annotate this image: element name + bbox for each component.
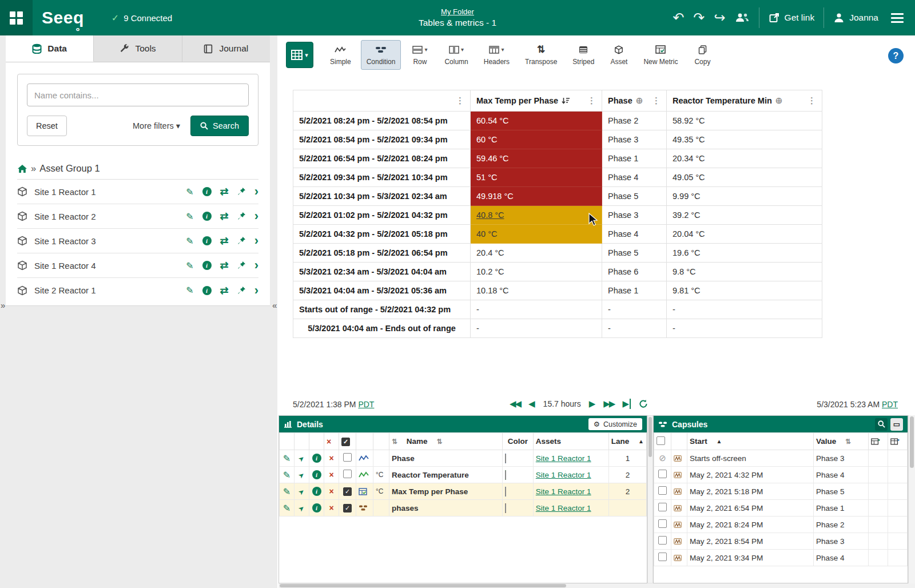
user-menu[interactable]: Joanna <box>833 12 878 23</box>
metric-cell[interactable]: 20.4 °C <box>471 244 602 263</box>
tab-tools[interactable]: Tools <box>94 35 182 62</box>
capsule-row[interactable]: May 2, 2021 8:24 PM Phase 2 <box>654 517 908 533</box>
refresh-icon[interactable] <box>639 399 648 408</box>
step-to-now-icon[interactable]: ▶ <box>622 399 631 409</box>
swap-icon[interactable]: ⇄ <box>220 259 229 272</box>
remove-all-header[interactable]: × <box>324 433 339 450</box>
start-column-header[interactable]: Start ▲ <box>687 433 814 450</box>
metric-cell[interactable]: 51 °C <box>471 168 602 187</box>
info-icon[interactable]: i <box>202 187 212 196</box>
get-link-button[interactable]: Get link <box>769 12 815 23</box>
remove-item-icon[interactable]: × <box>329 503 333 512</box>
capsule-checkbox[interactable] <box>658 486 667 495</box>
table-row[interactable]: 5/2/2021 08:54 pm - 5/2/2021 09:34 pm60 … <box>293 130 822 149</box>
capsule-checkbox[interactable] <box>658 536 667 545</box>
edit-icon[interactable]: ✎ <box>186 285 193 296</box>
color-swatch[interactable] <box>505 503 506 513</box>
help-button[interactable]: ? <box>888 48 904 63</box>
navigate-icon[interactable]: ➤ <box>297 454 307 463</box>
capsule-checkbox[interactable] <box>658 553 667 561</box>
timezone-link[interactable]: PDT <box>882 400 898 409</box>
toolbar-copy-button[interactable]: Copy <box>687 40 717 70</box>
reset-button[interactable]: Reset <box>27 116 67 136</box>
asset-row[interactable]: Site 2 Reactor 1 ✎ i ⇄ › <box>17 278 258 303</box>
duration-label[interactable]: 15.7 hours <box>543 399 581 408</box>
info-icon[interactable]: i <box>202 212 212 221</box>
toolbar-striped-button[interactable]: Striped <box>567 40 600 70</box>
toolbar-simple-button[interactable]: Simple <box>324 40 357 70</box>
move-column-icon[interactable]: ⊕ <box>775 96 783 106</box>
pin-icon[interactable] <box>237 286 246 295</box>
table-row[interactable]: Starts out of range - 5/2/2021 04:32 pm-… <box>293 300 822 319</box>
edit-item-icon[interactable]: ✎ <box>283 454 291 463</box>
asset-row[interactable]: Site 1 Reactor 1 ✎ i ⇄ › <box>17 180 258 204</box>
edit-icon[interactable]: ✎ <box>186 211 193 222</box>
collapse-panel-button[interactable]: ▭ <box>890 418 903 431</box>
phase-column-header[interactable]: Phase⊕⋮ <box>602 90 667 112</box>
redo-icon[interactable]: ↷ <box>693 11 705 25</box>
assets-column-header[interactable]: Assets <box>533 433 608 450</box>
info-icon[interactable]: i <box>202 286 212 295</box>
remove-item-icon[interactable]: × <box>329 487 333 496</box>
color-swatch[interactable] <box>505 454 506 463</box>
capsule-row[interactable]: May 2, 2021 8:54 PM Phase 3 <box>654 533 908 550</box>
item-info-icon[interactable]: i <box>312 503 321 512</box>
table-row[interactable]: 5/3/2021 02:34 am - 5/3/2021 04:04 am10.… <box>293 263 822 281</box>
capsule-row[interactable]: May 2, 2021 6:54 PM Phase 1 <box>654 500 908 517</box>
details-vertical-scrollbar[interactable] <box>647 415 653 583</box>
metric-cell[interactable]: 49.918 °C <box>471 187 602 206</box>
remove-item-icon[interactable]: × <box>329 454 333 463</box>
chevron-right-icon[interactable]: › <box>254 236 258 246</box>
undo-icon[interactable]: ↶ <box>673 11 684 25</box>
tab-journal[interactable]: Journal <box>182 35 270 62</box>
color-swatch[interactable] <box>505 487 506 496</box>
edit-item-icon[interactable]: ✎ <box>283 470 291 480</box>
edit-icon[interactable]: ✎ <box>186 236 193 247</box>
chevron-right-icon[interactable]: › <box>254 186 258 197</box>
pin-icon[interactable] <box>237 212 246 221</box>
search-button[interactable]: Search <box>190 116 249 136</box>
pin-icon[interactable] <box>237 236 246 245</box>
tab-data[interactable]: Data <box>6 35 94 62</box>
item-checkbox[interactable] <box>343 470 352 478</box>
capsule-checkbox[interactable] <box>658 519 667 528</box>
add-stat-column-button[interactable] <box>888 433 908 450</box>
breadcrumb[interactable]: My Folder <box>441 7 474 16</box>
timezone-link[interactable]: PDT <box>358 400 374 409</box>
users-icon[interactable] <box>735 12 750 23</box>
step-back-half-icon[interactable]: ◀ <box>528 399 535 409</box>
asset-row[interactable]: Site 1 Reactor 3 ✎ i ⇄ › <box>17 229 258 253</box>
metric-cell[interactable]: 10.18 °C <box>471 281 602 300</box>
swap-icon[interactable]: ⇄ <box>220 185 229 198</box>
item-info-icon[interactable]: i <box>312 470 321 479</box>
share-icon[interactable]: ↪ <box>714 11 725 25</box>
asset-link[interactable]: Site 1 Reactor 1 <box>536 487 591 496</box>
pin-icon[interactable] <box>237 261 246 270</box>
move-column-icon[interactable]: ⊕ <box>636 96 643 106</box>
date-range-column-header[interactable]: ⋮ <box>293 90 471 112</box>
details-row[interactable]: ✎ ➤ i × °C Reactor Temperature Site 1 Re… <box>280 467 647 483</box>
table-row[interactable]: 5/3/2021 04:04 am - 5/3/2021 05:36 am10.… <box>293 281 822 300</box>
navigate-icon[interactable]: ➤ <box>297 470 307 480</box>
customize-button[interactable]: ⚙Customize <box>588 418 642 430</box>
toolbar-headers-button[interactable]: ▾ Headers <box>478 40 515 70</box>
name-column-header[interactable]: ⇅ Name ⇅ <box>389 433 503 450</box>
color-swatch[interactable] <box>505 470 506 480</box>
metric-cell[interactable]: 40 °C <box>471 225 602 244</box>
details-row[interactable]: ✎ ➤ i × ✓ phases Site 1 Reactor 1 <box>280 500 647 517</box>
horizontal-scrollbar[interactable] <box>279 583 915 588</box>
sort-desc-icon[interactable] <box>562 97 570 105</box>
color-column-header[interactable]: Color <box>502 433 533 450</box>
table-row[interactable]: 5/2/2021 06:54 pm - 5/2/2021 08:24 pm59.… <box>293 149 822 168</box>
toolbar-condition-button[interactable]: Condition <box>361 40 401 70</box>
connection-status[interactable]: ✓ 9 Connected <box>112 13 172 23</box>
chevron-right-icon[interactable]: › <box>254 285 258 296</box>
lane-column-header[interactable]: Lane ▲ <box>608 433 646 450</box>
item-checkbox[interactable]: ✓ <box>343 504 352 512</box>
edit-item-icon[interactable]: ✎ <box>283 503 291 513</box>
asset-group-breadcrumb[interactable]: »Asset Group 1 <box>17 163 258 180</box>
column-menu-icon[interactable]: ⋮ <box>807 96 816 106</box>
capsule-row[interactable]: May 2, 2021 5:18 PM Phase 5 <box>654 483 908 500</box>
metric-cell[interactable]: 59.46 °C <box>471 149 602 168</box>
table-row[interactable]: 5/3/2021 04:04 am - Ends out of range--- <box>293 319 822 338</box>
